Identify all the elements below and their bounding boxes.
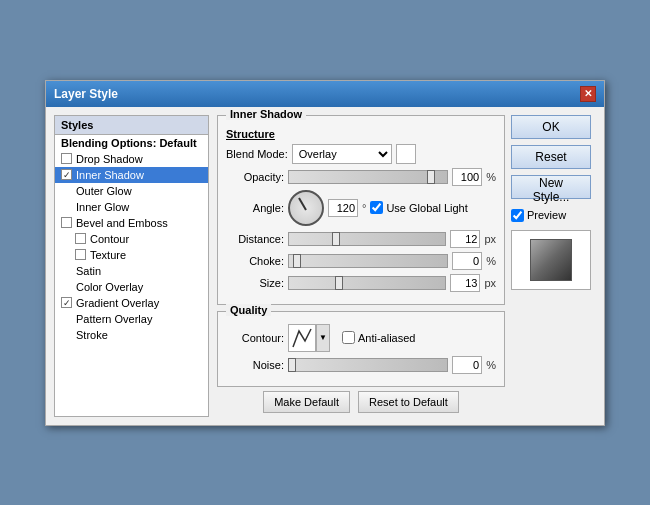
angle-dial[interactable] [288,190,324,226]
preview-text: Preview [527,209,566,221]
anti-aliased-text: Anti-aliased [358,332,415,344]
reset-button[interactable]: Reset [511,145,591,169]
size-label: Size: [226,277,284,289]
opacity-slider[interactable] [288,170,448,184]
gradient-overlay-checkbox[interactable]: ✓ [61,297,72,308]
noise-label: Noise: [226,359,284,371]
angle-unit: ° [362,202,366,214]
section-title-inner-shadow: Inner Shadow [226,108,306,120]
size-slider[interactable] [288,276,446,290]
sidebar-item-stroke[interactable]: Stroke [55,327,208,343]
contour-row: Contour: ▼ Anti-aliased [226,324,496,352]
choke-thumb [293,254,301,268]
choke-unit: % [486,255,496,267]
distance-slider[interactable] [288,232,446,246]
opacity-input[interactable] [452,168,482,186]
angle-label: Angle: [226,202,284,214]
size-row: Size: px [226,274,496,292]
noise-input[interactable] [452,356,482,374]
distance-input[interactable] [450,230,480,248]
size-input[interactable] [450,274,480,292]
preview-checkbox[interactable] [511,209,524,222]
sidebar-item-drop-shadow[interactable]: Drop Shadow [55,151,208,167]
make-default-button[interactable]: Make Default [263,391,350,413]
structure-section: Inner Shadow Structure Blend Mode: Overl… [217,115,505,305]
bevel-emboss-checkbox[interactable] [61,217,72,228]
inner-shadow-checkbox[interactable]: ✓ [61,169,72,180]
noise-slider[interactable] [288,358,448,372]
dialog-title: Layer Style [54,87,118,101]
inner-glow-label: Inner Glow [76,201,129,213]
sidebar-item-pattern-overlay[interactable]: Pattern Overlay [55,311,208,327]
action-buttons: OK Reset New Style... Preview [511,115,596,417]
color-swatch[interactable] [396,144,416,164]
reset-to-default-button[interactable]: Reset to Default [358,391,459,413]
color-overlay-label: Color Overlay [76,281,143,293]
pattern-overlay-label: Pattern Overlay [76,313,152,325]
quality-title: Quality [226,304,271,316]
blend-mode-label: Blend Mode: [226,148,288,160]
sidebar-item-gradient-overlay[interactable]: ✓ Gradient Overlay [55,295,208,311]
styles-header: Styles [55,116,208,135]
close-button[interactable]: ✕ [580,86,596,102]
blend-mode-select[interactable]: Overlay [292,144,392,164]
angle-input[interactable] [328,199,358,217]
ok-button[interactable]: OK [511,115,591,139]
contour-thumbnail[interactable] [288,324,316,352]
styles-panel: Styles Blending Options: Default Drop Sh… [54,115,209,417]
anti-aliased-label[interactable]: Anti-aliased [342,331,415,344]
blending-label: Blending Options: Default [61,137,197,149]
choke-input[interactable] [452,252,482,270]
contour-label: Contour: [226,332,284,344]
choke-label: Choke: [226,255,284,267]
choke-slider[interactable] [288,254,448,268]
size-thumb [335,276,343,290]
anti-aliased-checkbox[interactable] [342,331,355,344]
distance-unit: px [484,233,496,245]
inner-shadow-label: Inner Shadow [76,169,144,181]
preview-label[interactable]: Preview [511,209,596,222]
bottom-buttons: Make Default Reset to Default [217,387,505,417]
drop-shadow-label: Drop Shadow [76,153,143,165]
contour-checkbox[interactable] [75,233,86,244]
contour-label: Contour [90,233,129,245]
opacity-label: Opacity: [226,171,284,183]
use-global-light-text: Use Global Light [386,202,467,214]
opacity-thumb [427,170,435,184]
size-unit: px [484,277,496,289]
sidebar-item-bevel-emboss[interactable]: Bevel and Emboss [55,215,208,231]
sidebar-item-blending[interactable]: Blending Options: Default [55,135,208,151]
noise-unit: % [486,359,496,371]
preview-container: Preview [511,209,596,290]
titlebar: Layer Style ✕ [46,81,604,107]
texture-checkbox[interactable] [75,249,86,260]
bevel-emboss-label: Bevel and Emboss [76,217,168,229]
noise-thumb [288,358,296,372]
gradient-overlay-label: Gradient Overlay [76,297,159,309]
sidebar-item-contour[interactable]: Contour [55,231,208,247]
choke-row: Choke: % [226,252,496,270]
satin-label: Satin [76,265,101,277]
use-global-light-label[interactable]: Use Global Light [370,201,467,214]
sidebar-item-inner-glow[interactable]: Inner Glow [55,199,208,215]
sidebar-item-inner-shadow[interactable]: ✓ Inner Shadow [55,167,208,183]
sidebar-item-color-overlay[interactable]: Color Overlay [55,279,208,295]
outer-glow-label: Outer Glow [76,185,132,197]
opacity-row: Opacity: % [226,168,496,186]
use-global-light-checkbox[interactable] [370,201,383,214]
drop-shadow-checkbox[interactable] [61,153,72,164]
preview-inner [530,239,572,281]
preview-box [511,230,591,290]
contour-dropdown-button[interactable]: ▼ [316,324,330,352]
noise-row: Noise: % [226,356,496,374]
sidebar-item-texture[interactable]: Texture [55,247,208,263]
sidebar-item-satin[interactable]: Satin [55,263,208,279]
layer-style-dialog: Layer Style ✕ Styles Blending Options: D… [45,80,605,426]
blend-mode-row: Blend Mode: Overlay [226,144,496,164]
dialog-body: Styles Blending Options: Default Drop Sh… [46,107,604,425]
structure-subtitle: Structure [226,128,496,140]
right-main: Inner Shadow Structure Blend Mode: Overl… [217,115,596,417]
texture-label: Texture [90,249,126,261]
sidebar-item-outer-glow[interactable]: Outer Glow [55,183,208,199]
new-style-button[interactable]: New Style... [511,175,591,199]
